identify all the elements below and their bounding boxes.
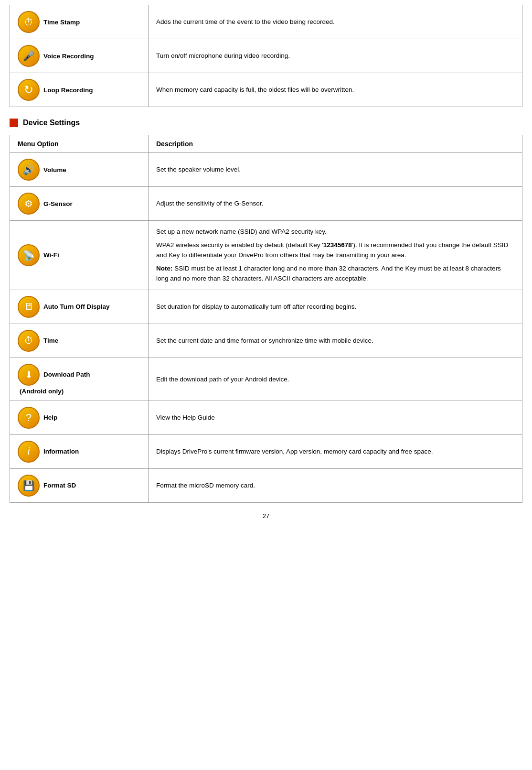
page-number: 27 [10,512,522,520]
table-row: 🔊VolumeSet the speaker volume level. [10,153,522,187]
table-row: 💾Format SDFormat the microSD memory card… [10,468,522,502]
section-icon [10,119,18,127]
top-settings-table: ⏱Time StampAdds the current time of the … [10,5,522,107]
menu-label: Time [43,337,58,344]
device-settings-table: Menu Option Description 🔊VolumeSet the s… [10,135,522,503]
menu-icon: ⬇ [18,364,40,386]
menu-label: Wi-Fi [43,251,59,259]
menu-description: Adds the current time of the event to th… [149,5,522,39]
menu-icon: 💾 [18,475,40,497]
menu-icon: ⏱ [18,11,40,33]
menu-description: Turn on/off microphone during video reco… [149,39,522,73]
menu-sub-label: (Android only) [18,388,64,395]
menu-icon: 🎤 [18,45,40,67]
menu-description: Set the current date and time format or … [149,324,522,358]
menu-label: Volume [43,166,66,174]
table-row: 📡Wi-FiSet up a new network name (SSID) a… [10,221,522,290]
menu-label: Loop Recording [43,87,93,94]
menu-label: G-Sensor [43,200,73,207]
menu-label: Auto Turn Off Display [43,303,110,310]
section-title: Device Settings [23,119,80,127]
table-row: ⚙G-SensorAdjust the sensitivity of the G… [10,187,522,221]
table-row: 🖥Auto Turn Off DisplaySet duration for d… [10,290,522,324]
menu-icon: ? [18,407,40,429]
menu-description: Edit the download path of your Android d… [149,358,522,401]
menu-icon: 🔊 [18,159,40,181]
menu-description: When memory card capacity is full, the o… [149,73,522,107]
menu-icon: ↻ [18,79,40,101]
menu-description: Format the microSD memory card. [149,468,522,502]
table-row: 🎤Voice RecordingTurn on/off microphone d… [10,39,522,73]
col-header-desc: Description [149,135,522,153]
device-settings-header: Device Settings [10,119,522,127]
table-row: ⏱Time StampAdds the current time of the … [10,5,522,39]
col-header-menu: Menu Option [10,135,149,153]
menu-description: Displays DrivePro's current firmware ver… [149,434,522,468]
menu-label: Format SD [43,482,76,489]
menu-description: Set duration for display to automaticall… [149,290,522,324]
menu-description: Set the speaker volume level. [149,153,522,187]
menu-label: Help [43,414,57,421]
menu-icon: ⏱ [18,330,40,352]
menu-icon: 🖥 [18,296,40,318]
table-row: ⏱TimeSet the current date and time forma… [10,324,522,358]
menu-label: Information [43,448,79,455]
menu-icon: i [18,441,40,463]
menu-icon: ⚙ [18,193,40,215]
table-row: ?HelpView the Help Guide [10,401,522,434]
table-row: iInformationDisplays DrivePro's current … [10,434,522,468]
menu-description: View the Help Guide [149,401,522,434]
menu-icon: 📡 [18,244,40,266]
table-row: ⬇Download Path(Android only)Edit the dow… [10,358,522,401]
menu-label: Voice Recording [43,53,94,60]
menu-description: Adjust the sensitivity of the G-Sensor. [149,187,522,221]
menu-description: Set up a new network name (SSID) and WPA… [149,221,522,290]
menu-label: Download Path [43,371,90,378]
menu-label: Time Stamp [43,19,80,26]
table-row: ↻Loop RecordingWhen memory card capacity… [10,73,522,107]
